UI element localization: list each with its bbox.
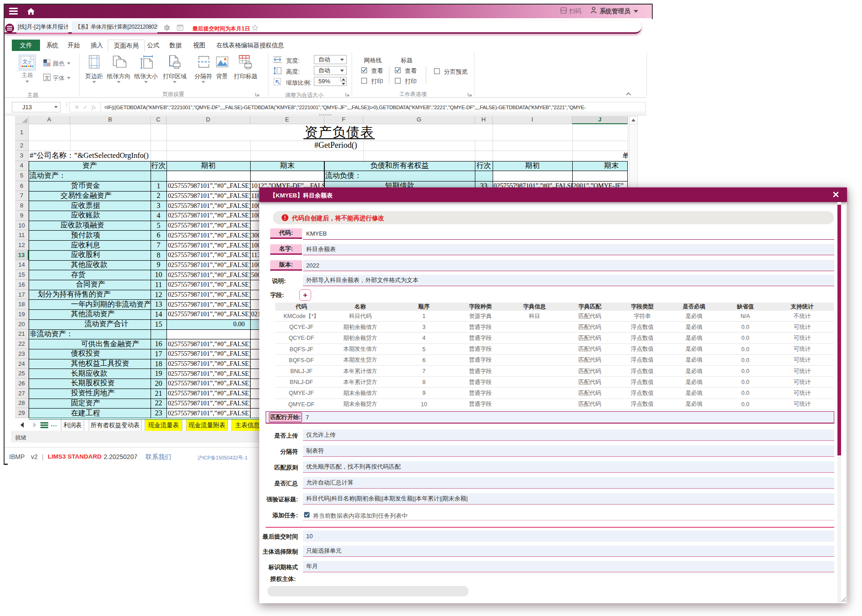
svg-text:文: 文	[27, 60, 32, 65]
svg-text:文: 文	[45, 75, 50, 81]
